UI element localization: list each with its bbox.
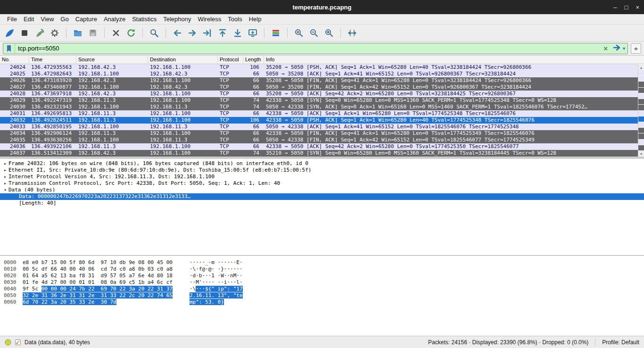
menu-item-edit[interactable]: Edit [20,15,37,24]
detail-line[interactable]: ▸Internet Protocol Version 4, Src: 192.1… [0,174,644,180]
cell-length: 66 [243,130,264,137]
display-filter-field[interactable]: × ▾ [3,43,628,54]
restart-capture-button[interactable] [33,26,46,40]
goto-arrow-icon [202,28,213,38]
filter-apply-icon[interactable] [612,43,622,54]
go-first-button[interactable] [216,26,229,40]
hex-row[interactable]: 005032 2e 31 36 2e 31 31 2e 31 33 22 2c … [4,292,644,299]
packet-row[interactable]: 24037 136.513412309 192.168.42.3 192.168… [0,150,638,157]
menu-item-statistics[interactable]: Statistics [129,15,160,24]
colorize-button[interactable] [269,26,282,40]
hex-row[interactable]: 00606d 70 22 3a 20 35 33 2e 30 7dmp": 53… [4,299,644,306]
menu-item-file[interactable]: File [4,15,20,24]
minimize-button[interactable]: – [613,4,617,11]
go-to-packet-button[interactable] [201,26,214,40]
hex-row[interactable]: 001000 5c df 66 40 00 40 06 cd 7d c0 a8 … [4,266,644,273]
packet-row[interactable]: 24025 136.472982643 192.168.1.100 192.16… [0,71,638,77]
auto-scroll-button[interactable] [246,26,259,40]
expand-arrow-icon[interactable] [2,193,8,200]
detail-line[interactable]: ▾Data (40 bytes) [0,187,644,193]
packet-row[interactable]: 24030 136.492321943 192.168.1.100 192.16… [0,104,638,110]
menu-item-telephony[interactable]: Telephony [160,15,194,24]
column-header-info[interactable]: Info [264,56,638,64]
maximize-button[interactable]: □ [625,4,628,11]
packet-row[interactable]: 24026 136.473103920 192.168.42.3 192.168… [0,77,638,84]
detail-line[interactable]: ▸Transmission Control Protocol, Src Port… [0,180,644,187]
packet-scroll-map[interactable] [638,70,644,151]
expand-arrow-icon[interactable]: ▸ [2,160,8,167]
menu-item-view[interactable]: View [37,15,57,24]
zoom-out-button[interactable] [307,26,321,40]
start-capture-button[interactable] [3,26,16,40]
hex-row[interactable]: 0000e8 e0 b7 15 00 5f 80 6d 97 10 db 9e … [4,259,644,266]
column-header-length[interactable]: Length [243,56,264,64]
menu-item-capture[interactable]: Capture [72,15,100,24]
go-last-button[interactable] [231,26,244,40]
menu-item-go[interactable]: Go [57,15,72,24]
packet-row[interactable]: 24032 136.492824511 192.168.11.3 192.168… [0,117,638,124]
menu-item-analyze[interactable]: Analyze [100,15,129,24]
capture-comment-icon[interactable] [15,339,21,346]
detail-text: Ethernet II, Src: Private_10:db:9e (80:6… [8,167,311,174]
find-packet-button[interactable] [148,26,161,40]
hex-row[interactable]: 00409f 5c 00 00 00 24 7b 22 69 70 22 3a … [4,286,644,292]
column-header-protocol[interactable]: Protocol [218,56,243,64]
reload-file-button[interactable] [124,26,138,40]
detail-line[interactable]: ▸Ethernet II, Src: Private_10:db:9e (80:… [0,167,644,174]
filter-clear-icon[interactable]: × [602,44,610,52]
detail-text: Internet Protocol Version 4, Src: 192.16… [8,174,215,180]
stop-capture-button[interactable] [18,26,31,40]
hex-selected-bytes: 00 00 00 24 7b 22 69 70 22 3a 20 22 31 3… [41,286,173,292]
detail-line[interactable]: ▸Frame 24032: 106 bytes on wire (848 bit… [0,160,644,167]
hex-offset: 0060 [4,299,23,306]
expert-info-icon[interactable] [5,339,11,346]
menu-item-help[interactable]: Help [246,15,265,24]
scroll-up-icon[interactable]: ▴ [638,65,644,70]
scroll-down-icon[interactable]: ▾ [638,151,644,157]
packet-row[interactable]: 24024 136.472935563 192.168.42.3 192.168… [0,64,638,71]
close-button[interactable]: × [636,4,639,11]
menu-item-wireless[interactable]: Wireless [194,15,224,24]
column-header-destination[interactable]: Destination [148,56,218,64]
resize-columns-button[interactable] [346,26,359,40]
packet-row[interactable]: 24036 136.493922106 192.168.11.3 192.168… [0,143,638,150]
profile-text[interactable]: Profile: Default [602,339,639,346]
close-file-button[interactable] [109,26,123,40]
go-forward-button[interactable] [186,26,199,40]
detail-line[interactable]: [Length: 40] [0,200,644,207]
cell-info: 42338 → 5050 [SYN] Seq=0 Win=65280 Len=0… [264,97,638,104]
capture-options-button[interactable] [48,26,61,40]
menu-item-tools[interactable]: Tools [224,15,245,24]
packet-row[interactable]: 24028 136.473697918 192.168.42.3 192.168… [0,91,638,97]
filter-dropdown-caret-icon[interactable]: ▾ [623,46,625,51]
filter-add-button[interactable]: + [631,43,641,54]
expand-arrow-icon[interactable]: ▸ [2,180,8,187]
cell-no: 24036 [0,143,29,150]
packet-row[interactable]: 24029 136.492247319 192.168.11.3 192.168… [0,97,638,104]
expand-arrow-icon[interactable]: ▸ [2,174,8,180]
packet-row[interactable]: 24035 136.493630256 192.168.1.100 192.16… [0,137,638,143]
column-header-time[interactable]: Time [29,56,76,64]
save-file-button[interactable] [86,26,99,40]
packet-row[interactable]: 24034 136.492906124 192.168.11.3 192.168… [0,130,638,137]
go-back-button[interactable] [171,26,184,40]
expand-arrow-icon[interactable] [2,200,8,207]
expand-arrow-icon[interactable]: ▾ [2,187,8,193]
hex-row[interactable]: 003001 fe 4d 27 00 00 01 01 08 0a 69 c5 … [4,279,644,286]
detail-line[interactable]: Data: 000000247b226970223a20223137322e31… [0,193,644,200]
packet-row[interactable]: 24031 136.492695813 192.168.11.3 192.168… [0,110,638,117]
hex-row[interactable]: 002001 64 a5 62 13 ba f8 31 d9 57 05 a7 … [4,273,644,279]
open-file-button[interactable] [71,26,84,40]
cell-time: 136.492321943 [29,104,76,110]
packet-row[interactable]: 24027 136.473460877 192.168.1.100 192.16… [0,84,638,91]
packet-row[interactable]: 24033 136.492850195 192.168.1.100 192.16… [0,124,638,130]
column-header-source[interactable]: Source [76,56,148,64]
hex-ascii: ··M'···· ··i···l· [190,279,243,286]
column-header-no[interactable]: No. [0,56,29,64]
zoom-in-button[interactable] [292,26,305,40]
zoom-reset-button[interactable] [322,26,336,40]
packet-list-scrollbar[interactable]: ▴ ▾ [638,65,644,157]
expand-arrow-icon[interactable]: ▸ [2,167,8,174]
display-filter-input[interactable] [18,45,599,52]
filter-bookmark-icon[interactable] [6,43,15,54]
